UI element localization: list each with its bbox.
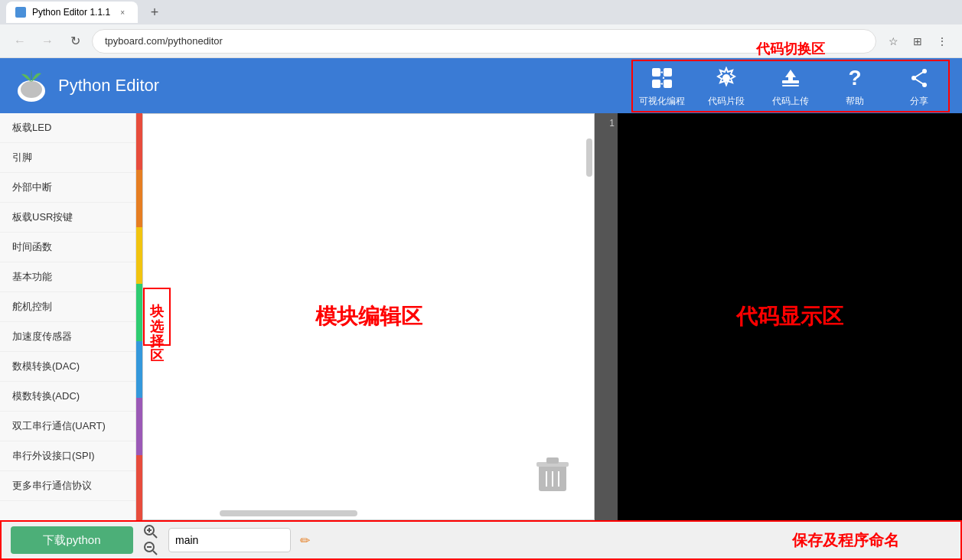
- logo-container: Python Editor: [12, 67, 159, 105]
- svg-rect-3: [664, 68, 672, 77]
- sidebar-item-more[interactable]: 更多串行通信协议: [0, 471, 135, 501]
- scrollbar-thumb[interactable]: [586, 138, 592, 177]
- puzzle-icon: [648, 64, 676, 92]
- sidebar-item-spi[interactable]: 串行外设接口(SPI): [0, 441, 135, 471]
- refresh-button[interactable]: ↻: [64, 31, 86, 52]
- question-icon: ?: [841, 64, 869, 92]
- annotation-code-display: 代码显示区: [736, 302, 843, 331]
- sidebar-item-dac[interactable]: 数模转换(DAC): [0, 352, 135, 382]
- toolbar-btn-snippets[interactable]: 代码片段: [703, 64, 749, 108]
- main-content: 块 选 择 区 板载LED 引脚 外部中断 板载USR按键 时间函数 基本功能 …: [0, 113, 962, 520]
- svg-line-14: [914, 78, 924, 85]
- browser-title-bar: Python Editor 1.1.1 × +: [0, 0, 962, 24]
- filename-input[interactable]: [168, 528, 291, 552]
- zoom-controls: [142, 524, 159, 556]
- tab-close-button[interactable]: ×: [116, 6, 129, 18]
- svg-marker-9: [785, 70, 796, 80]
- toolbar-label-snippets: 代码片段: [708, 95, 745, 108]
- sidebar-item-uart[interactable]: 双工串行通信(UART): [0, 412, 135, 441]
- block-editor[interactable]: 模块编辑区: [142, 113, 595, 520]
- new-tab-button[interactable]: +: [144, 2, 165, 23]
- svg-line-22: [153, 534, 157, 538]
- toolbar-btn-visual[interactable]: 可视化编程: [639, 64, 685, 108]
- svg-rect-5: [664, 80, 672, 88]
- app-container: Python Editor 代码切换区: [0, 58, 962, 560]
- svg-point-1: [21, 81, 42, 98]
- browser-nav-icons: ☆ ⊞ ⋮: [882, 31, 953, 52]
- vertical-scrollbar[interactable]: [583, 114, 592, 519]
- line-numbers: 1: [595, 113, 618, 520]
- svg-line-26: [153, 551, 157, 555]
- annotation-block-selector: 块 选 择 区: [143, 288, 171, 346]
- upload-icon: [777, 64, 804, 92]
- sidebar-color-strip: [136, 113, 142, 520]
- annotation-code-switch: 代码切换区: [756, 40, 825, 58]
- horizontal-scrollbar[interactable]: [158, 509, 579, 518]
- toolbar-label-visual: 可视化编程: [639, 95, 685, 108]
- forward-button[interactable]: →: [37, 31, 58, 52]
- tab-title: Python Editor 1.1.1: [32, 7, 110, 18]
- svg-rect-17: [546, 457, 559, 464]
- sidebar-item-accelerometer[interactable]: 加速度传感器: [0, 322, 135, 352]
- annotation-block-editor: 模块编辑区: [315, 302, 422, 331]
- annotation-save: 保存及程序命名: [792, 530, 899, 551]
- edit-filename-icon[interactable]: ✏: [300, 533, 310, 548]
- sidebar-item-external-interrupt[interactable]: 外部中断: [0, 173, 135, 203]
- back-button[interactable]: ←: [9, 31, 31, 52]
- svg-rect-4: [652, 80, 660, 88]
- sidebar-item-time-function[interactable]: 时间函数: [0, 233, 135, 262]
- toolbar-btn-share[interactable]: 分享: [896, 64, 942, 108]
- toolbar-label-help: 帮助: [846, 95, 864, 108]
- toolbar-area: 代码切换区: [631, 60, 950, 112]
- sidebar-item-board-usr-button[interactable]: 板载USR按键: [0, 203, 135, 233]
- svg-rect-8: [782, 85, 799, 86]
- line-number-1: 1: [598, 116, 615, 131]
- trash-icon[interactable]: [534, 454, 571, 497]
- toolbar-label-upload: 代码上传: [772, 95, 809, 108]
- zoom-out-button[interactable]: [142, 541, 159, 556]
- menu-button[interactable]: ⋮: [931, 31, 953, 52]
- app-header: Python Editor 代码切换区: [0, 58, 962, 113]
- toolbar-btn-help[interactable]: ? 帮助: [832, 64, 878, 108]
- hscrollbar-thumb[interactable]: [220, 510, 357, 516]
- svg-rect-2: [652, 68, 660, 77]
- share-icon: [905, 64, 933, 92]
- sidebar: 板载LED 引脚 外部中断 板载USR按键 时间函数 基本功能 舵机控制 加速度…: [0, 113, 136, 520]
- bookmark-button[interactable]: ☆: [882, 31, 904, 52]
- sidebar-item-servo-control[interactable]: 舵机控制: [0, 292, 135, 322]
- svg-rect-7: [782, 80, 799, 83]
- browser-tab[interactable]: Python Editor 1.1.1 ×: [6, 2, 138, 23]
- gear-icon: [713, 64, 740, 92]
- sidebar-item-basic-function[interactable]: 基本功能: [0, 262, 135, 292]
- sidebar-item-board-led[interactable]: 板载LED: [0, 113, 135, 143]
- svg-line-13: [914, 71, 924, 78]
- code-display: 代码显示区: [618, 113, 962, 520]
- toolbar-label-share: 分享: [910, 95, 928, 108]
- address-url-text: tpyboard.com/pythoneditor: [105, 35, 223, 47]
- sidebar-item-adc[interactable]: 模数转换(ADC): [0, 382, 135, 412]
- app-title: Python Editor: [58, 76, 159, 96]
- toolbar-btn-upload[interactable]: 代码上传: [768, 64, 814, 108]
- logo-icon: [12, 67, 51, 105]
- zoom-in-button[interactable]: [142, 524, 159, 539]
- app-wrapper: Python Editor 代码切换区: [0, 58, 962, 560]
- download-python-button[interactable]: 下载python: [11, 526, 133, 554]
- tab-favicon: [15, 7, 26, 18]
- sidebar-item-pin[interactable]: 引脚: [0, 143, 135, 173]
- extensions-button[interactable]: ⊞: [907, 31, 928, 52]
- bottom-bar: 保存及程序命名 下载python: [0, 520, 962, 560]
